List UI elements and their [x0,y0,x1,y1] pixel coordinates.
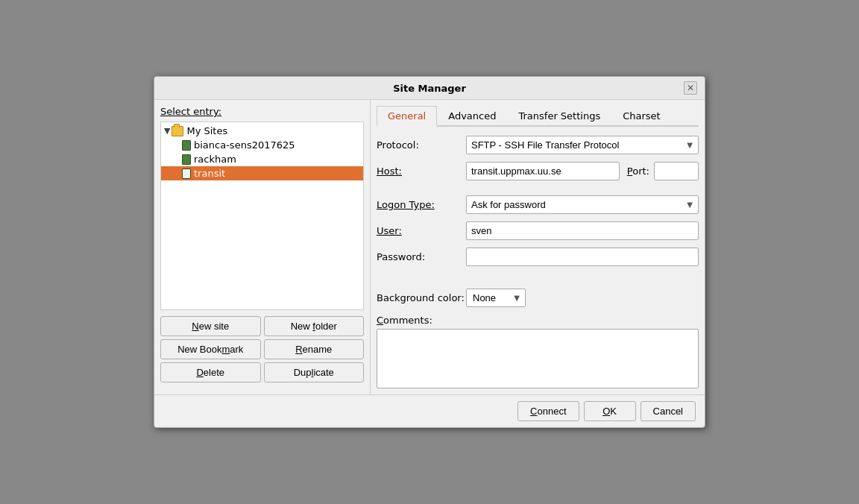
server-icon-bianca [182,140,191,151]
host-input[interactable] [466,162,620,180]
right-panel: General Advanced Transfer Settings Chars… [371,100,705,394]
tree-item-bianca[interactable]: bianca-sens2017625 [161,138,363,152]
logon-type-label: Logon Type: [377,199,466,210]
port-input[interactable] [654,162,699,180]
logon-type-select[interactable]: Ask for password Normal Anonymous Intera… [466,195,699,214]
tab-advanced[interactable]: Advanced [437,106,507,127]
tab-transfer-settings[interactable]: Transfer Settings [507,106,611,127]
user-input[interactable] [466,221,699,240]
port-label: Port: [627,166,649,177]
close-button[interactable]: ✕ [684,81,697,95]
titlebar: Site Manager ✕ [154,77,705,100]
host-label: Host: [377,166,466,177]
comments-label: Comments: [377,315,699,326]
bg-color-row: Background color: None Red Green Blue Ye… [377,289,699,307]
new-site-button[interactable]: New site [160,316,261,336]
connect-button[interactable]: Connect [517,401,579,421]
left-buttons: New site New folder New Bookmark Rename … [154,310,370,388]
duplicate-button[interactable]: Duplicate [264,362,365,382]
rename-button[interactable]: Rename [264,339,365,359]
tree-item-transit[interactable]: transit [161,166,363,180]
bg-color-label: Background color: [377,292,466,303]
dialog-footer: Connect OK Cancel [154,394,705,427]
tab-general[interactable]: General [377,106,437,127]
comments-textarea[interactable] [377,329,699,388]
server-icon-transit [182,168,191,179]
logon-type-row: Logon Type: Ask for password Normal Anon… [377,195,699,214]
bg-color-select-wrapper: None Red Green Blue Yellow [466,289,526,307]
tabs: General Advanced Transfer Settings Chars… [377,106,699,127]
tree-arrow: ▼ [164,126,170,136]
tree-label-bianca: bianca-sens2017625 [194,139,295,151]
comments-section: Comments: [377,315,699,388]
dialog-title: Site Manager [175,83,684,94]
tree-item-rackham[interactable]: rackham [161,152,363,166]
tree-label-transit: transit [194,168,225,179]
cancel-button[interactable]: Cancel [641,401,696,421]
protocol-row: Protocol: SFTP - SSH File Transfer Proto… [377,136,699,154]
folder-icon [172,126,183,136]
tree-root[interactable]: ▼ My Sites [161,124,363,138]
user-row: User: [377,221,699,240]
tree-area: ▼ My Sites bianca-sens2017625 rackham [160,122,364,310]
protocol-select-wrapper: SFTP - SSH File Transfer Protocol [466,136,699,154]
password-input[interactable] [466,248,699,266]
select-entry-label: Select entry: [154,106,370,122]
delete-button[interactable]: Delete [160,362,261,382]
host-group: Port: [466,162,699,180]
new-bookmark-button[interactable]: New Bookmark [160,339,261,359]
site-manager-dialog: Site Manager ✕ Select entry: ▼ My Sites … [154,76,705,428]
password-row: Password: [377,248,699,266]
left-panel: Select entry: ▼ My Sites bianca-sens2017… [154,100,371,394]
protocol-label: Protocol: [377,139,466,151]
user-label: User: [377,225,466,236]
bg-color-select[interactable]: None Red Green Blue Yellow [466,289,526,307]
password-label: Password: [377,251,466,262]
logon-type-select-wrapper: Ask for password Normal Anonymous Intera… [466,195,699,214]
tree-label-rackham: rackham [194,154,236,165]
host-row: Host: Port: [377,162,699,180]
server-icon-rackham [182,154,191,165]
tab-charset[interactable]: Charset [611,106,672,127]
new-folder-button[interactable]: New folder [264,316,365,336]
dialog-body: Select entry: ▼ My Sites bianca-sens2017… [154,100,705,394]
ok-button[interactable]: OK [584,401,636,421]
tree-root-label: My Sites [186,125,227,136]
protocol-select[interactable]: SFTP - SSH File Transfer Protocol [466,136,699,154]
